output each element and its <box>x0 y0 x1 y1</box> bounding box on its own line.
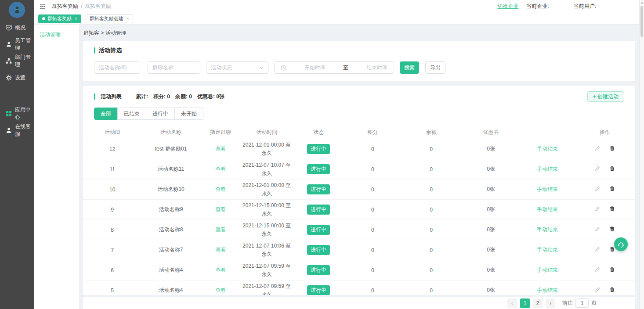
activity-time-cell: 2021-12-07 09:59 至 永久 <box>241 262 293 278</box>
summary-total-label: 累计: <box>136 93 148 101</box>
scroll-up-arrow-icon[interactable]: ▲ <box>640 1 644 4</box>
view-group-link[interactable]: 查看 <box>215 206 226 212</box>
manual-end-link[interactable]: 手动结束 <box>537 186 558 192</box>
sidebar-item-department[interactable]: 部门管理 <box>0 53 34 69</box>
active-tab-dot-icon <box>42 17 45 20</box>
activity-id-cell: 12 <box>83 146 141 152</box>
view-group-link[interactable]: 查看 <box>215 267 226 273</box>
tab-group-reward[interactable]: 群拓客奖励 × <box>38 14 81 23</box>
tab-label: 群拓客奖励 <box>47 15 72 22</box>
headset-icon <box>617 241 625 248</box>
opened-tabs-bar: 群拓客奖励 × 群拓客奖励创建 × <box>34 13 639 25</box>
group-name-input[interactable]: 群聊名称 <box>148 61 200 74</box>
sidebar-item-staff[interactable]: 员工管理 <box>0 36 34 53</box>
status-badge: 进行中 <box>307 144 330 154</box>
edit-icon[interactable] <box>595 287 600 292</box>
create-activity-button[interactable]: + 创建活动 <box>587 91 624 102</box>
edit-icon[interactable] <box>595 206 600 212</box>
vertical-scrollbar[interactable]: ▲ <box>639 0 644 309</box>
manual-end-link[interactable]: 手动结束 <box>537 247 558 253</box>
view-group-link[interactable]: 查看 <box>215 247 226 253</box>
manual-end-link[interactable]: 手动结束 <box>537 287 558 293</box>
status-tab-all[interactable]: 全部 <box>94 108 118 120</box>
sidebar-item-app-center[interactable]: 应用中心 <box>0 105 34 122</box>
sidebar-item-label: 部门管理 <box>15 54 34 68</box>
status-tab-ongoing[interactable]: 进行中 <box>146 108 175 120</box>
apps-grid-icon <box>6 111 12 117</box>
view-group-link[interactable]: 查看 <box>215 226 226 233</box>
activity-name-input[interactable]: 活动名称/ID <box>94 61 140 74</box>
edit-icon[interactable] <box>595 267 600 272</box>
view-group-link[interactable]: 查看 <box>215 186 226 192</box>
summary-balance: 余额: 0 <box>175 93 192 101</box>
sidebar-item-overview[interactable]: 概况 <box>0 19 34 36</box>
next-page-button[interactable]: › <box>546 298 555 308</box>
company-logo[interactable] <box>9 2 25 18</box>
activity-time-cell: 2021-12-15 00:00 至 永久 <box>241 222 293 238</box>
edit-icon[interactable] <box>595 166 600 171</box>
switch-company-link[interactable]: 切换企业 <box>497 3 518 10</box>
edit-icon[interactable] <box>595 226 600 232</box>
customer-service-button[interactable] <box>614 237 628 251</box>
page-button-2[interactable]: 2 <box>533 298 543 308</box>
tab-group-reward-create[interactable]: 群拓客奖励创建 × <box>86 14 133 23</box>
date-range-picker[interactable]: 开始时间 至 结束时间 <box>274 61 394 74</box>
table-row: 5 活动名称4 查看 2021-12-07 09:59 至 永久 进行中 0 0… <box>83 280 635 295</box>
submenu-item-activity-management[interactable]: 活动管理 <box>34 25 79 39</box>
status-tab-not-started[interactable]: 未开始 <box>174 108 203 120</box>
manual-end-link[interactable]: 手动结束 <box>537 166 558 172</box>
activity-list-card: 活动列表 累计: 积分: 0 余额: 0 优惠卷: 0张 + 创建活动 全部 已… <box>83 86 635 295</box>
manual-end-link[interactable]: 手动结束 <box>537 206 558 212</box>
delete-icon[interactable] <box>610 247 615 252</box>
edit-icon[interactable] <box>595 247 600 252</box>
close-tab-icon[interactable]: × <box>127 16 129 21</box>
start-time-placeholder: 开始时间 <box>304 64 326 72</box>
activity-id-cell: 9 <box>83 207 141 213</box>
collapse-menu-icon[interactable] <box>40 4 46 9</box>
col-activity-time: 活动时间 <box>241 129 293 136</box>
activity-time-cell: 2021-12-07 10:07 至 永久 <box>241 162 293 177</box>
view-group-link[interactable]: 查看 <box>215 146 226 152</box>
sidebar-item-online-service[interactable]: 在线客服 <box>0 122 34 139</box>
scrollbar-thumb[interactable] <box>640 6 643 37</box>
col-points: 积分 <box>344 129 401 136</box>
search-button[interactable]: 搜索 <box>400 61 419 74</box>
prev-page-button[interactable]: ‹ <box>507 298 517 308</box>
edit-icon[interactable] <box>595 186 600 191</box>
delete-icon[interactable] <box>610 186 615 191</box>
sidebar-item-label: 员工管理 <box>15 37 34 52</box>
current-company-label: 当前企业: <box>526 3 549 10</box>
sidebar-item-label: 应用中心 <box>15 106 34 121</box>
delete-icon[interactable] <box>610 146 615 151</box>
status-filter-tabs: 全部 已结束 进行中 未开始 <box>94 108 635 120</box>
status-badge: 进行中 <box>307 265 330 275</box>
delete-icon[interactable] <box>610 287 615 292</box>
close-tab-icon[interactable]: × <box>75 16 77 21</box>
delete-icon[interactable] <box>610 166 615 171</box>
manual-end-link[interactable]: 手动结束 <box>537 226 558 233</box>
coupon-cell: 0张 <box>462 206 520 213</box>
edit-icon[interactable] <box>595 146 600 151</box>
settings-gear-icon <box>6 75 12 81</box>
breadcrumb-root[interactable]: 群拓客奖励 <box>52 3 78 10</box>
delete-icon[interactable] <box>610 226 615 232</box>
status-badge: 进行中 <box>307 205 330 215</box>
goto-page-input[interactable] <box>575 298 589 308</box>
export-button[interactable]: 导出 <box>425 61 445 74</box>
manual-end-link[interactable]: 手动结束 <box>537 146 558 152</box>
table-row: 9 活动名称9 查看 2021-12-15 00:00 至 永久 进行中 0 0… <box>83 199 635 219</box>
col-activity-name: 活动名称 <box>141 129 200 136</box>
primary-sidebar: 概况 员工管理 部门管理 设置 应用中心 <box>0 0 34 309</box>
view-group-link[interactable]: 查看 <box>215 166 226 172</box>
delete-icon[interactable] <box>610 206 615 212</box>
delete-icon[interactable] <box>610 267 615 272</box>
activity-id-cell: 6 <box>83 267 141 273</box>
activity-status-select[interactable]: 活动状态 <box>206 61 268 74</box>
status-tab-ended[interactable]: 已结束 <box>117 108 146 120</box>
col-activity-id: 活动ID <box>83 129 141 136</box>
online-service-icon <box>6 127 12 133</box>
view-group-link[interactable]: 查看 <box>215 287 226 293</box>
sidebar-item-settings[interactable]: 设置 <box>0 69 34 86</box>
manual-end-link[interactable]: 手动结束 <box>537 267 558 273</box>
page-button-1[interactable]: 1 <box>520 298 530 308</box>
